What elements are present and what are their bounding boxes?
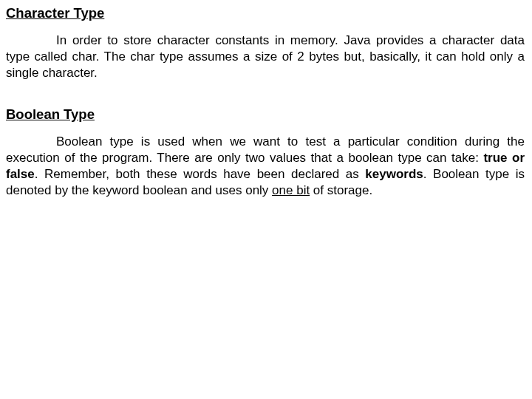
text-run: Boolean type is used when we want to tes… [6, 134, 525, 165]
section-heading-boolean-type: Boolean Type [6, 106, 525, 123]
section-gap [6, 89, 525, 106]
section-paragraph-boolean-type: Boolean type is used when we want to tes… [6, 134, 525, 198]
text-run: In order to store character constants in… [6, 33, 525, 80]
text-run-bold: keywords [365, 167, 423, 181]
text-run: . Remember, both these words have been d… [35, 167, 366, 181]
text-run-underline: one bit [272, 183, 310, 197]
section-paragraph-character-type: In order to store character constants in… [6, 33, 525, 81]
section-heading-character-type: Character Type [6, 4, 525, 22]
text-run: of storage. [310, 183, 372, 197]
document-page: Character Type In order to store charact… [0, 0, 532, 214]
